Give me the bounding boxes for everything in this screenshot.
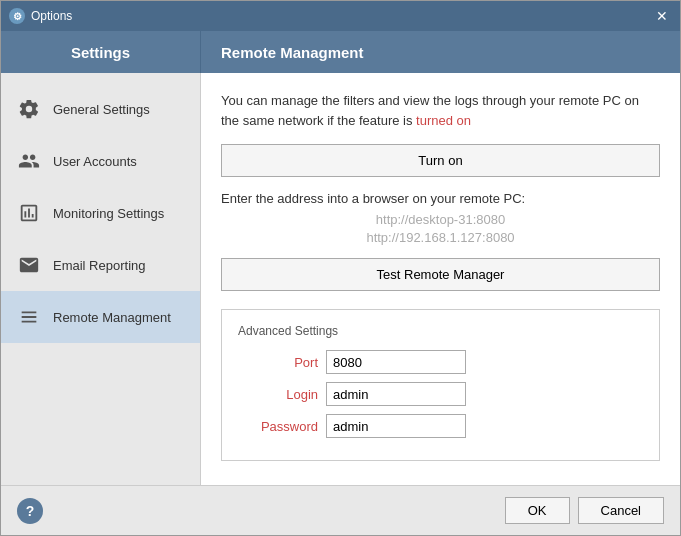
password-field-row: Password xyxy=(238,414,643,438)
sidebar-item-general-settings[interactable]: General Settings xyxy=(1,83,200,135)
ok-button[interactable]: OK xyxy=(505,497,570,524)
sidebar-item-monitoring-settings[interactable]: Monitoring Settings xyxy=(1,187,200,239)
app-icon: ⚙ xyxy=(9,8,25,24)
main-content: You can manage the filters and view the … xyxy=(201,73,680,485)
advanced-settings-panel: Advanced Settings Port Login Password xyxy=(221,309,660,461)
sidebar: General Settings User Accounts Monitorin… xyxy=(1,73,201,485)
sidebar-item-email-reporting[interactable]: Email Reporting xyxy=(1,239,200,291)
advanced-settings-title: Advanced Settings xyxy=(238,324,643,338)
address-line-2: http://192.168.1.127:8080 xyxy=(221,230,660,245)
login-input[interactable] xyxy=(326,382,466,406)
port-field-row: Port xyxy=(238,350,643,374)
close-button[interactable]: ✕ xyxy=(652,6,672,26)
login-field-row: Login xyxy=(238,382,643,406)
sidebar-item-label-remote: Remote Managment xyxy=(53,310,171,325)
port-input[interactable] xyxy=(326,350,466,374)
enter-address-label: Enter the address into a browser on your… xyxy=(221,191,660,206)
port-label: Port xyxy=(238,355,318,370)
password-input[interactable] xyxy=(326,414,466,438)
header-section-title: Remote Managment xyxy=(201,31,680,73)
options-window: ⚙ Options ✕ Settings Remote Managment Ge… xyxy=(0,0,681,536)
content-row: General Settings User Accounts Monitorin… xyxy=(1,73,680,485)
header-settings-title: Settings xyxy=(1,31,201,73)
window-title: Options xyxy=(31,9,652,23)
login-label: Login xyxy=(238,387,318,402)
sidebar-item-label-user: User Accounts xyxy=(53,154,137,169)
sidebar-item-label-monitoring: Monitoring Settings xyxy=(53,206,164,221)
turn-on-button[interactable]: Turn on xyxy=(221,144,660,177)
sidebar-item-label-email: Email Reporting xyxy=(53,258,146,273)
header-row: Settings Remote Managment xyxy=(1,31,680,73)
test-remote-button[interactable]: Test Remote Manager xyxy=(221,258,660,291)
footer: ? OK Cancel xyxy=(1,485,680,535)
highlight-text: turned on xyxy=(416,113,471,128)
title-bar: ⚙ Options ✕ xyxy=(1,1,680,31)
sidebar-item-label-general: General Settings xyxy=(53,102,150,117)
sidebar-item-user-accounts[interactable]: User Accounts xyxy=(1,135,200,187)
password-label: Password xyxy=(238,419,318,434)
sidebar-item-remote-managment[interactable]: Remote Managment xyxy=(1,291,200,343)
description-text: You can manage the filters and view the … xyxy=(221,91,660,130)
monitor-icon xyxy=(15,199,43,227)
email-icon xyxy=(15,251,43,279)
address-line-1: http://desktop-31:8080 xyxy=(221,212,660,227)
gear-icon xyxy=(15,95,43,123)
users-icon xyxy=(15,147,43,175)
cancel-button[interactable]: Cancel xyxy=(578,497,664,524)
remote-icon xyxy=(15,303,43,331)
help-button[interactable]: ? xyxy=(17,498,43,524)
